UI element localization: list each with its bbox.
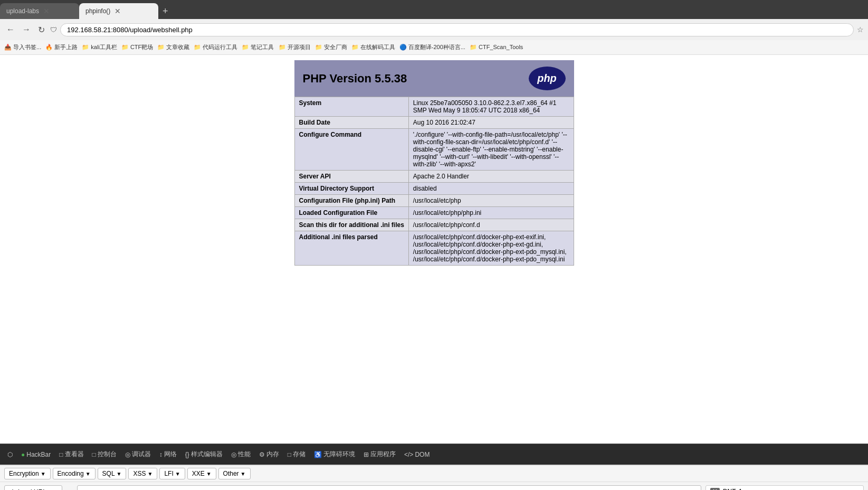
new-tab-button[interactable]: + bbox=[158, 6, 173, 17]
hackbar-dot: ● bbox=[21, 451, 25, 458]
other-arrow: ▼ bbox=[241, 471, 246, 477]
php-version-title: PHP Version 5.5.38 bbox=[303, 72, 407, 86]
bookmark-notes[interactable]: 📁 笔记工具 bbox=[242, 43, 274, 51]
bookmark-open[interactable]: 📁 开源项目 bbox=[279, 43, 311, 51]
php-row-key: Virtual Directory Support bbox=[294, 183, 408, 195]
bookmark-ctf-scan[interactable]: 📁 CTF_Scan_Tools bbox=[470, 44, 523, 51]
memory-label: 内存 bbox=[266, 450, 279, 459]
performance-label: 性能 bbox=[238, 450, 251, 459]
encoding-menu[interactable]: Encoding ▼ bbox=[53, 468, 96, 479]
xss-arrow: ▼ bbox=[148, 471, 153, 477]
performance-icon: ◎ bbox=[231, 451, 236, 458]
encryption-label: Encryption bbox=[9, 470, 39, 477]
bookmark-icon[interactable]: ☆ bbox=[857, 25, 864, 34]
php-logo: php bbox=[529, 67, 566, 90]
php-row-key: Configuration File (php.ini) Path bbox=[294, 195, 408, 207]
xxe-arrow: ▼ bbox=[206, 471, 212, 477]
bookmark-code[interactable]: 📁 代码运行工具 bbox=[194, 43, 237, 51]
table-row: Scan this dir for additional .ini files/… bbox=[294, 219, 574, 231]
php-row-key: Scan this dir for additional .ini files bbox=[294, 219, 408, 231]
bookmark-baidu[interactable]: 🔵 百度翻译-200种语言... bbox=[399, 43, 465, 51]
devtools-accessibility[interactable]: ♿ 无障碍环境 bbox=[311, 449, 358, 460]
php-row-value: './configure' '--with-config-file-path=/… bbox=[408, 129, 574, 171]
table-row: Virtual Directory Supportdisabled bbox=[294, 183, 574, 195]
reload-button[interactable]: ↻ bbox=[36, 23, 47, 37]
network-icon: ↕ bbox=[159, 451, 163, 458]
devtools-memory[interactable]: ⚙ 内存 bbox=[256, 449, 282, 460]
php-row-key: Build Date bbox=[294, 117, 408, 129]
lfi-menu[interactable]: LFI ▼ bbox=[159, 468, 185, 479]
network-label: 网络 bbox=[164, 450, 177, 459]
devtools-style-editor[interactable]: {} 样式编辑器 bbox=[182, 449, 226, 460]
devtools-hackbar[interactable]: ● HackBar bbox=[18, 450, 54, 459]
bookmark-articles[interactable]: 📁 文章收藏 bbox=[157, 43, 189, 51]
accessibility-label: 无障碍环境 bbox=[323, 450, 355, 459]
tab-upload-labs[interactable]: upload-labs ✕ bbox=[0, 3, 79, 19]
devtools-network[interactable]: ↕ 网络 bbox=[156, 449, 180, 460]
php-logo-text: php bbox=[537, 72, 557, 84]
address-input[interactable] bbox=[60, 23, 854, 36]
hackbar-headers-panel: H DNT: 1 H Upgrade-Insecure-Requests: 1 … bbox=[705, 485, 864, 490]
console-icon: □ bbox=[92, 451, 96, 458]
bookmarks-bar: 📥 导入书签... 🔥 新手上路 📁 kali工具栏 📁 CTF靶场 📁 文章收… bbox=[0, 40, 868, 55]
devtools-storage[interactable]: □ 存储 bbox=[284, 449, 309, 460]
php-row-key: Loaded Configuration File bbox=[294, 207, 408, 219]
header-dnt-value: DNT: 1 bbox=[723, 488, 742, 490]
table-row: Server APIApache 2.0 Handler bbox=[294, 171, 574, 183]
shield-icon: 🛡 bbox=[50, 26, 57, 34]
xss-menu[interactable]: XSS ▼ bbox=[128, 468, 157, 479]
devtools-dom[interactable]: </> DOM bbox=[401, 450, 433, 459]
encoding-arrow: ▼ bbox=[85, 471, 91, 477]
dom-label: DOM bbox=[415, 451, 430, 458]
forward-button[interactable]: → bbox=[20, 23, 33, 36]
inspector-icon: □ bbox=[59, 451, 63, 458]
bookmark-decode[interactable]: 📁 在线解码工具 bbox=[351, 43, 395, 51]
devtools-inspector[interactable]: □ 查看器 bbox=[56, 449, 87, 460]
table-row: Build DateAug 10 2016 21:02:47 bbox=[294, 117, 574, 129]
back-button[interactable]: ← bbox=[4, 23, 17, 36]
tab-close-icon[interactable]: ✕ bbox=[43, 7, 50, 15]
tab-phpinfo[interactable]: phpinfo() ✕ bbox=[79, 3, 158, 19]
devtools-debugger[interactable]: ◎ 调试器 bbox=[122, 449, 154, 460]
bookmark-kali[interactable]: 📁 kali工具栏 bbox=[82, 43, 117, 51]
accessibility-icon: ♿ bbox=[314, 451, 322, 458]
main-content: PHP Version 5.5.38 php SystemLinux 25be7… bbox=[0, 55, 868, 444]
app-label: 应用程序 bbox=[370, 450, 396, 459]
hackbar-menu-row: Encryption ▼ Encoding ▼ SQL ▼ XSS ▼ LFI … bbox=[0, 466, 868, 482]
xss-label: XSS bbox=[133, 470, 146, 477]
devtools-cursor[interactable]: ⬡ bbox=[4, 450, 16, 459]
devtools-app[interactable]: ⊞ 应用程序 bbox=[360, 449, 399, 460]
table-row: Additional .ini files parsed/usr/local/e… bbox=[294, 231, 574, 266]
php-row-key: Configure Command bbox=[294, 129, 408, 171]
hackbar-url-area: Post data Referer User Agent Cookies Add… bbox=[77, 485, 701, 490]
encryption-menu[interactable]: Encryption ▼ bbox=[4, 468, 51, 479]
other-menu[interactable]: Other ▼ bbox=[218, 468, 251, 479]
bookmark-ctf[interactable]: 📁 CTF靶场 bbox=[121, 43, 153, 51]
sql-arrow: ▼ bbox=[117, 471, 122, 477]
bookmark-import[interactable]: 📥 导入书签... bbox=[4, 43, 41, 51]
app-icon: ⊞ bbox=[364, 451, 369, 458]
devtools-performance[interactable]: ◎ 性能 bbox=[228, 449, 254, 460]
php-row-value: Apache 2.0 Handler bbox=[408, 171, 574, 183]
table-row: Loaded Configuration File/usr/local/etc/… bbox=[294, 207, 574, 219]
php-row-value: disabled bbox=[408, 183, 574, 195]
debugger-icon: ◎ bbox=[125, 451, 130, 458]
lfi-arrow: ▼ bbox=[175, 471, 180, 477]
tab-close-icon[interactable]: ✕ bbox=[115, 7, 121, 15]
devtools-console[interactable]: □ 控制台 bbox=[89, 449, 120, 460]
storage-icon: □ bbox=[288, 451, 291, 458]
xxe-menu[interactable]: XXE ▼ bbox=[187, 468, 216, 479]
inspector-label: 查看器 bbox=[65, 450, 84, 459]
bookmark-beginner[interactable]: 🔥 新手上路 bbox=[45, 43, 78, 51]
table-row: SystemLinux 25be7a005050 3.10.0-862.2.3.… bbox=[294, 97, 574, 117]
bookmark-security[interactable]: 📁 安全厂商 bbox=[315, 43, 347, 51]
style-editor-icon: {} bbox=[185, 451, 189, 458]
hackbar-label: HackBar bbox=[26, 451, 51, 458]
php-row-value: /usr/local/etc/php/conf.d bbox=[408, 219, 574, 231]
encryption-arrow: ▼ bbox=[41, 471, 46, 477]
devtools-bar: ⬡ ● HackBar □ 查看器 □ 控制台 ◎ 调试器 ↕ 网络 {} 样式… bbox=[0, 444, 868, 465]
load-url-button[interactable]: ⬆ Load URL bbox=[4, 485, 62, 490]
tab-label: phpinfo() bbox=[85, 7, 110, 15]
sql-menu[interactable]: SQL ▼ bbox=[98, 468, 127, 479]
url-input[interactable] bbox=[77, 485, 701, 490]
